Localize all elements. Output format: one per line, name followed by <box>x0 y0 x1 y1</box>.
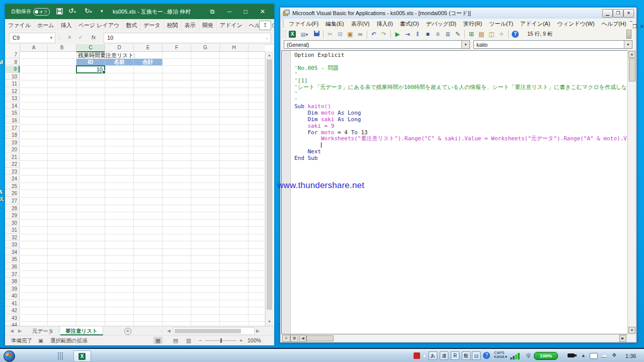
vba-hscroll-thumb[interactable] <box>306 335 334 341</box>
copy-icon[interactable]: ⊞ <box>336 30 345 39</box>
undo-icon[interactable]: ↶ <box>369 30 378 39</box>
row-header-41[interactable]: 41 <box>5 300 20 307</box>
vba-menu-10[interactable]: ヘルプ(H) <box>598 20 630 28</box>
row-header-28[interactable]: 28 <box>5 205 20 212</box>
code-line-8[interactable]: ' <box>294 98 635 104</box>
column-header-H[interactable]: H <box>220 44 249 52</box>
page-break-view-icon[interactable]: ▥ <box>184 337 193 344</box>
row-header-39[interactable]: 39 <box>5 286 20 293</box>
taskbar-excel-button[interactable]: X <box>73 350 91 362</box>
cut-icon[interactable]: ✂ <box>326 30 335 39</box>
vba-scroll-down-icon[interactable]: ▼ <box>628 327 635 334</box>
vba-menu-4[interactable]: 書式(O) <box>396 20 423 28</box>
vba-menu-9[interactable]: ウィンドウ(W) <box>554 20 598 28</box>
enter-icon[interactable]: ✓ <box>76 33 85 42</box>
help-icon[interactable]: ? <box>512 31 519 38</box>
zoom-in-icon[interactable]: + <box>239 337 243 343</box>
row-header-42[interactable]: 42 <box>5 307 20 314</box>
code-line-15[interactable] <box>294 142 635 149</box>
column-header-D[interactable]: D <box>105 44 134 52</box>
code-line-17[interactable]: End Sub <box>294 155 635 162</box>
undo-icon[interactable]: ↺▾ <box>68 7 75 15</box>
properties-icon[interactable]: ▤ <box>477 30 486 39</box>
procedure-dropdown[interactable]: kaito▼ <box>473 40 632 49</box>
row-header-35[interactable]: 35 <box>5 256 20 263</box>
sheet-tab-0[interactable]: 元データ <box>27 326 59 335</box>
start-button[interactable] <box>4 350 15 362</box>
ribbon-tab-6[interactable]: 校閲 <box>164 20 182 31</box>
row-header-16[interactable]: 16 <box>5 117 20 124</box>
row-header-37[interactable]: 37 <box>5 271 20 278</box>
excel-vertical-scrollbar[interactable]: ▲ ▼ <box>265 51 273 326</box>
project-explorer-icon[interactable]: ⊞ <box>467 30 476 39</box>
vba-hscroll-left-icon[interactable]: ◀ <box>299 335 306 342</box>
code-line-14[interactable]: Worksheets("要注意リスト").Range("C" & saki).V… <box>294 136 635 142</box>
code-line-2[interactable] <box>294 59 635 65</box>
procedure-dropdown-arrow-icon[interactable]: ▼ <box>624 41 632 48</box>
row-header-38[interactable]: 38 <box>5 278 20 285</box>
run-icon[interactable]: ▶ <box>393 30 402 39</box>
signal-strength-icon[interactable] <box>510 352 522 359</box>
ribbon-tab-0[interactable]: ファイル <box>5 20 34 31</box>
row-header-8[interactable]: 8 <box>5 59 20 66</box>
vba-minimize-button[interactable]: ▁ <box>602 9 613 18</box>
redo-icon[interactable]: ↻▾ <box>85 7 92 15</box>
wireless-icon[interactable]: ψ <box>526 351 531 358</box>
desktop-icon-label[interactable]: M <box>0 59 6 65</box>
row-header-23[interactable]: 23 <box>5 168 20 175</box>
column-header-B[interactable]: B <box>48 44 76 52</box>
new-sheet-button[interactable]: + <box>124 328 131 335</box>
code-text[interactable]: Option Explicit 'No.005 - 問題''[1]'シート「元デ… <box>294 52 635 162</box>
fill-handle[interactable] <box>102 70 106 74</box>
autosave-toggle[interactable]: オフ <box>33 8 50 16</box>
close-button[interactable]: ✕ <box>256 4 270 19</box>
vba-scroll-thumb[interactable] <box>629 58 635 81</box>
row-header-40[interactable]: 40 <box>5 293 20 300</box>
toolbox-icon[interactable]: ✛ <box>497 30 506 39</box>
page-layout-view-icon[interactable]: ▤ <box>171 337 180 344</box>
split-view-icon-2[interactable]: ≣ <box>290 335 298 342</box>
formula-expand-icon[interactable]: ⌄ <box>265 33 269 43</box>
column-header-G[interactable]: G <box>191 44 220 52</box>
row-header-29[interactable]: 29 <box>5 212 20 219</box>
stop-icon[interactable]: ■ <box>423 30 432 39</box>
row-header-11[interactable]: 11 <box>5 80 20 87</box>
row-header-43[interactable]: 43 <box>5 315 20 322</box>
object-dropdown[interactable]: (General)▼ <box>284 40 470 49</box>
tab-scroll-right-icon[interactable]: ▶ <box>18 326 22 335</box>
minimize-button[interactable]: ─ <box>222 4 236 19</box>
vba-menu-0[interactable]: ファイル(F) <box>285 20 322 28</box>
spreadsheet-grid[interactable]: ABCDEFGH78910111213141516171819202122232… <box>5 44 265 326</box>
find-icon[interactable]: ∞ <box>356 30 365 39</box>
row-header-13[interactable]: 13 <box>5 95 20 102</box>
row-header-14[interactable]: 14 <box>5 103 20 110</box>
show-hidden-icons[interactable]: ▲ <box>581 353 586 358</box>
ribbon-tab-9[interactable]: アドイン <box>217 20 246 31</box>
vba-menu-2[interactable]: 表示(V) <box>348 20 373 28</box>
name-box-arrow-icon[interactable]: ▼ <box>49 33 53 43</box>
ime-button-般[interactable]: 般 <box>462 351 470 360</box>
row-header-44[interactable]: 44 <box>5 322 20 326</box>
row-header-17[interactable]: 17 <box>5 125 20 132</box>
column-header-F[interactable]: F <box>163 44 191 52</box>
indent-icon[interactable]: ≡ <box>433 30 442 39</box>
ime-pad-icon[interactable]: ▤ <box>472 351 480 360</box>
vba-restore-button[interactable]: ❐ <box>613 9 623 18</box>
table-header-cell-2[interactable]: 合計 <box>134 59 163 66</box>
formula-input[interactable]: 10⌄ <box>104 33 271 43</box>
hscroll-left-icon[interactable]: ◀ <box>167 326 171 335</box>
cloud-icon[interactable]: ☁ <box>601 351 607 358</box>
row-header-12[interactable]: 12 <box>5 88 20 95</box>
code-line-16[interactable]: Next <box>294 149 635 155</box>
ime-button-連[interactable]: 連 <box>440 351 448 360</box>
zoom-out-icon[interactable]: − <box>199 337 202 343</box>
pause-icon[interactable]: ‖ <box>413 30 422 39</box>
code-line-4[interactable]: ' <box>294 71 635 78</box>
row-header-9[interactable]: 9 <box>5 66 20 73</box>
messenger-icon[interactable] <box>590 353 598 359</box>
vba-menu-3[interactable]: 挿入(I) <box>373 20 396 28</box>
code-editor[interactable]: Option Explicit 'No.005 - 問題''[1]'シート「元デ… <box>281 50 635 334</box>
redo-icon[interactable]: ↷ <box>379 30 388 39</box>
vba-menu-6[interactable]: 実行(R) <box>460 20 486 28</box>
row-header-31[interactable]: 31 <box>5 227 20 234</box>
